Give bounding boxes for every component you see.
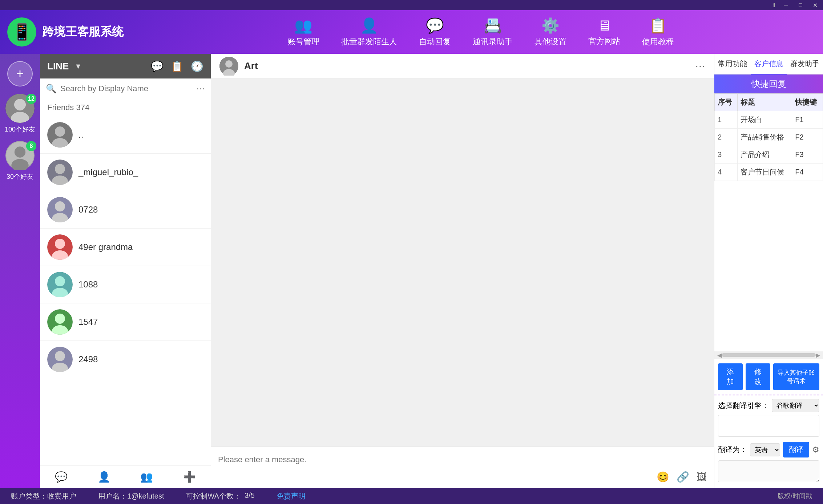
translate-engine-select[interactable]: 谷歌翻译 bbox=[772, 399, 819, 412]
app-header: 📱 跨境王客服系统 👥 账号管理 👤 批量群发陌生人 💬 自动回复 📇 通讯录助… bbox=[0, 10, 823, 54]
nav-item-settings[interactable]: ⚙️ 其他设置 bbox=[534, 17, 566, 47]
nav-item-tutorial[interactable]: 📋 使用教程 bbox=[642, 17, 674, 47]
contact-name: .. bbox=[78, 130, 83, 140]
scroll-bar[interactable]: ◀ ▶ bbox=[714, 351, 823, 359]
contact-name: 0728 bbox=[78, 205, 98, 215]
row-shortcut: F3 bbox=[792, 146, 823, 164]
translate-target-select[interactable]: 英语 bbox=[750, 443, 780, 456]
col-header-num: 序号 bbox=[715, 94, 738, 111]
platform-dropdown-icon[interactable]: ▼ bbox=[74, 62, 82, 70]
right-panel-tabs: 常用功能 客户信息 群发助手 bbox=[714, 54, 823, 74]
close-button[interactable]: ✕ bbox=[810, 1, 820, 9]
app-title: 跨境王客服系统 bbox=[42, 24, 124, 40]
add-contact-icon[interactable]: ➕ bbox=[183, 471, 196, 483]
svg-point-16 bbox=[55, 239, 65, 249]
scroll-left-icon[interactable]: ◀ bbox=[717, 352, 722, 359]
chat-area: Art ⋯ 😊 🔗 🖼 bbox=[211, 54, 714, 488]
nav-item-contacts[interactable]: 📇 通讯录助手 bbox=[473, 17, 513, 47]
chat-more-icon[interactable]: ⋯ bbox=[695, 60, 705, 72]
wa-count-value: 3/5 bbox=[245, 491, 255, 501]
disclaimer-link[interactable]: 免责声明 bbox=[277, 491, 306, 501]
row-title: 客户节日问候 bbox=[737, 164, 792, 181]
emoji-icon[interactable]: 😊 bbox=[657, 471, 669, 483]
translate-settings-icon[interactable]: ⚙ bbox=[812, 445, 819, 455]
group-tab-icon[interactable]: 👥 bbox=[140, 471, 153, 483]
table-row[interactable]: 1 开场白 F1 bbox=[715, 111, 823, 129]
add-quick-reply-button[interactable]: 添加 bbox=[718, 363, 743, 390]
list-item[interactable]: 1088 bbox=[40, 266, 211, 303]
account-badge-2: 8 bbox=[26, 141, 36, 151]
search-input[interactable] bbox=[60, 84, 193, 93]
chat-contact-avatar bbox=[219, 57, 238, 76]
list-item[interactable]: .. bbox=[40, 116, 211, 154]
col-header-shortcut: 快捷键 bbox=[792, 94, 823, 111]
status-bar: 账户类型：收费用户 用户名：1@kefutest 可控制WA个数： 3/5 免责… bbox=[0, 488, 823, 504]
table-row[interactable]: 4 客户节日问候 F4 bbox=[715, 164, 823, 181]
translate-to-label: 翻译为： bbox=[718, 445, 747, 455]
contact-avatar bbox=[47, 272, 73, 297]
table-row[interactable]: 3 产品介绍 F3 bbox=[715, 146, 823, 164]
search-icon: 🔍 bbox=[46, 84, 57, 94]
translate-input[interactable] bbox=[718, 415, 819, 437]
translate-button[interactable]: 翻译 bbox=[783, 442, 809, 457]
nav-item-autoreply[interactable]: 💬 自动回复 bbox=[419, 17, 451, 47]
message-icon[interactable]: 💬 bbox=[151, 60, 164, 72]
clock-icon[interactable]: 🕐 bbox=[191, 60, 203, 72]
row-shortcut: F4 bbox=[792, 164, 823, 181]
tab-customer[interactable]: 客户信息 bbox=[751, 54, 787, 74]
chat-tab-icon[interactable]: 💬 bbox=[55, 471, 68, 483]
nav-item-account[interactable]: 👥 账号管理 bbox=[287, 17, 319, 47]
svg-point-13 bbox=[55, 201, 65, 211]
more-options-icon[interactable]: ⋯ bbox=[196, 84, 205, 94]
main-layout: + 12 100个好友 8 30 bbox=[0, 54, 823, 488]
svg-point-10 bbox=[55, 164, 65, 174]
list-item[interactable]: 0728 bbox=[40, 191, 211, 229]
account-badge-1: 12 bbox=[26, 94, 36, 104]
tab-group[interactable]: 群发助手 bbox=[787, 54, 823, 74]
chat-header-actions: ⋯ bbox=[695, 60, 705, 72]
nav-item-batch[interactable]: 👤 批量群发陌生人 bbox=[341, 17, 397, 47]
minimize-button[interactable]: ─ bbox=[781, 1, 791, 9]
account-label-1: 100个好友 bbox=[5, 125, 35, 134]
message-input-area: 😊 🔗 🖼 bbox=[211, 447, 714, 488]
nav-label-autoreply: 自动回复 bbox=[419, 36, 451, 47]
list-icon[interactable]: 📋 bbox=[171, 60, 183, 72]
row-num: 1 bbox=[715, 111, 738, 129]
nav-item-website[interactable]: 🖥 官方网站 bbox=[588, 17, 620, 47]
add-account-button[interactable]: + bbox=[7, 61, 33, 86]
list-item[interactable]: 1547 bbox=[40, 303, 211, 341]
row-num: 2 bbox=[715, 129, 738, 146]
contact-avatar bbox=[47, 309, 73, 335]
nav-label-settings: 其他设置 bbox=[534, 36, 566, 47]
scroll-thumb[interactable] bbox=[722, 353, 816, 357]
friends-count: Friends 374 bbox=[40, 99, 211, 116]
list-item[interactable]: _miguel_rubio_ bbox=[40, 154, 211, 191]
logo-icon: 📱 bbox=[7, 17, 36, 47]
sidebar-account-1[interactable]: 12 100个好友 bbox=[4, 94, 36, 134]
message-input[interactable] bbox=[218, 452, 707, 467]
svg-point-22 bbox=[55, 314, 65, 324]
contacts-tab-icon[interactable]: 👤 bbox=[98, 471, 110, 483]
translate-to-row: 翻译为： 英语 翻译 ⚙ bbox=[718, 442, 819, 457]
chat-contact-name: Art bbox=[244, 60, 258, 72]
import-quick-reply-button[interactable]: 导入其他子账号话术 bbox=[773, 363, 819, 390]
titlebar-sort-icon: ⬆ bbox=[772, 2, 776, 9]
row-num: 4 bbox=[715, 164, 738, 181]
attachment-icon[interactable]: 🔗 bbox=[677, 471, 689, 483]
batch-icon: 👤 bbox=[360, 17, 378, 34]
row-title: 产品销售价格 bbox=[737, 129, 792, 146]
tab-common[interactable]: 常用功能 bbox=[714, 54, 751, 74]
sidebar-account-2[interactable]: 8 30个好友 bbox=[4, 141, 36, 181]
scroll-right-icon[interactable]: ▶ bbox=[816, 352, 820, 359]
wa-count-status: 可控制WA个数： 3/5 bbox=[186, 491, 254, 501]
image-icon[interactable]: 🖼 bbox=[697, 471, 707, 483]
translate-engine-label: 选择翻译引擎： bbox=[718, 401, 769, 411]
table-row[interactable]: 2 产品销售价格 F2 bbox=[715, 129, 823, 146]
maximize-button[interactable]: □ bbox=[795, 1, 806, 9]
quick-reply-buttons: 添加 修改 导入其他子账号话术 bbox=[714, 359, 823, 395]
list-item[interactable]: 2498 bbox=[40, 341, 211, 378]
translate-output[interactable] bbox=[718, 460, 819, 482]
list-item[interactable]: 49er grandma bbox=[40, 229, 211, 266]
message-toolbar: 😊 🔗 🖼 bbox=[218, 471, 707, 483]
edit-quick-reply-button[interactable]: 修改 bbox=[746, 363, 770, 390]
